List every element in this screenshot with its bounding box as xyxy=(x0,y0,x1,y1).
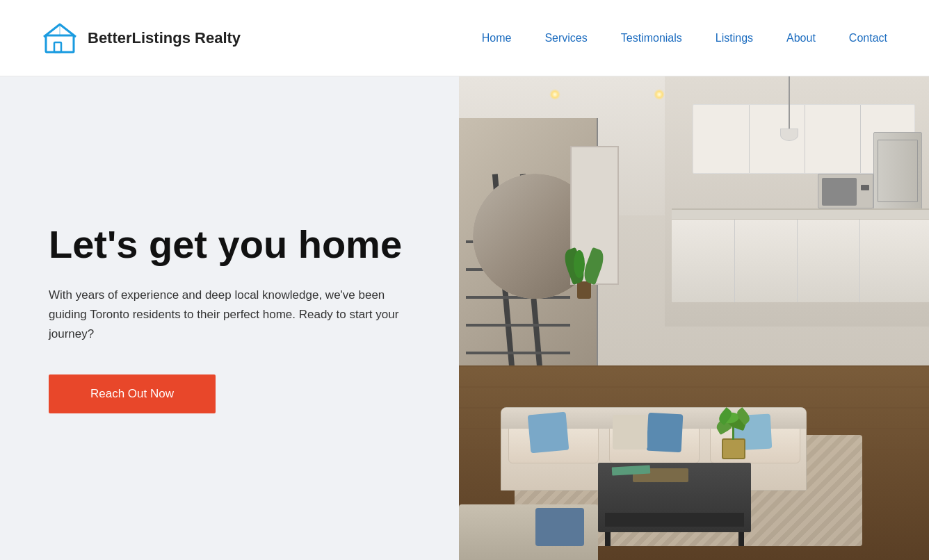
nav-contact[interactable]: Contact xyxy=(849,32,887,44)
room-illustration xyxy=(459,76,929,560)
pillow-blue-1 xyxy=(528,412,569,454)
main-nav: Home Services Testimonials Listings Abou… xyxy=(482,32,887,44)
stair-tread-5 xyxy=(466,352,570,354)
pillow-neutral xyxy=(613,415,647,450)
kitchen-area xyxy=(665,76,929,327)
stair-tread-4 xyxy=(466,324,570,327)
armchair-front xyxy=(459,504,598,560)
nav-about[interactable]: About xyxy=(786,32,816,44)
svg-rect-1 xyxy=(54,42,61,52)
pendant-shade-1 xyxy=(780,129,798,141)
nav-listings[interactable]: Listings xyxy=(716,32,753,44)
lower-cabinets xyxy=(672,219,929,302)
logo-text: BetterListings Realty xyxy=(88,29,241,47)
cta-button[interactable]: Reach Out Now xyxy=(49,374,216,413)
logo-area[interactable]: BetterListings Realty xyxy=(42,20,241,56)
front-chair-cushion xyxy=(535,508,584,546)
hero-content: Let's get you home With years of experie… xyxy=(0,76,459,560)
pillow-blue-2 xyxy=(647,413,684,453)
hero-heading: Let's get you home xyxy=(49,223,410,266)
hero-image xyxy=(459,76,929,560)
plant-decor xyxy=(567,215,601,299)
svg-rect-0 xyxy=(46,35,74,52)
light-2 xyxy=(654,89,665,100)
light-1 xyxy=(549,89,560,100)
house-logo-icon xyxy=(42,20,78,56)
pendant-cord-1 xyxy=(789,76,790,132)
nav-services[interactable]: Services xyxy=(544,32,587,44)
table-plant xyxy=(716,404,751,459)
coffee-table xyxy=(598,463,751,532)
nav-testimonials[interactable]: Testimonials xyxy=(621,32,682,44)
hero-subtext: With years of experience and deep local … xyxy=(49,286,410,344)
site-header: BetterListings Realty Home Services Test… xyxy=(0,0,929,76)
nav-home[interactable]: Home xyxy=(482,32,512,44)
microwave xyxy=(818,174,873,208)
hero-section: Let's get you home With years of experie… xyxy=(0,76,929,560)
countertop xyxy=(672,208,929,219)
